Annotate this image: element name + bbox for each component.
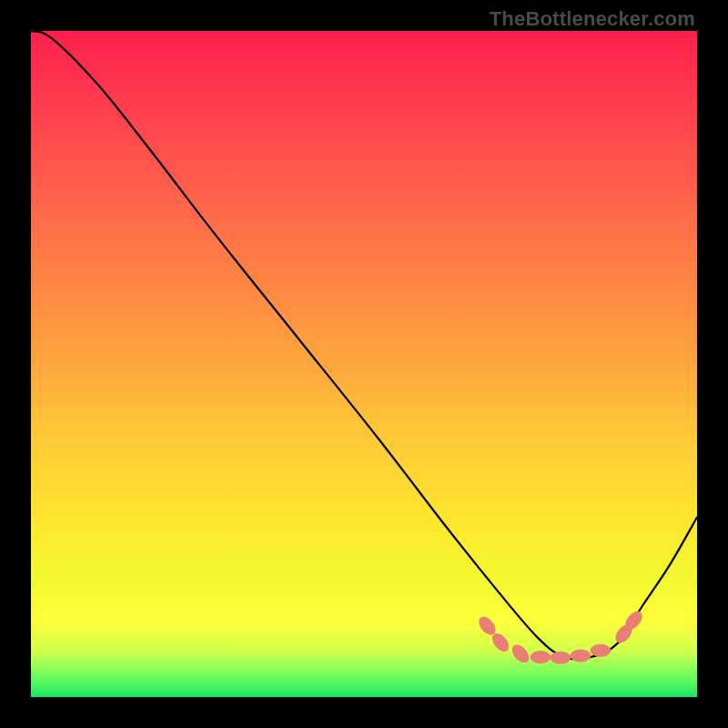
attribution-text: TheBottlenecker.com (490, 7, 695, 31)
curve-marker (591, 644, 611, 656)
plot-area (31, 31, 697, 697)
curve-marker (571, 650, 591, 662)
min-region-markers (476, 609, 644, 665)
chart-frame: TheBottlenecker.com (0, 0, 728, 728)
curve-marker (510, 642, 531, 665)
curve-marker (531, 652, 551, 663)
curve-marker (551, 652, 571, 663)
plot-overlay (31, 31, 697, 697)
bottleneck-curve (31, 31, 697, 659)
